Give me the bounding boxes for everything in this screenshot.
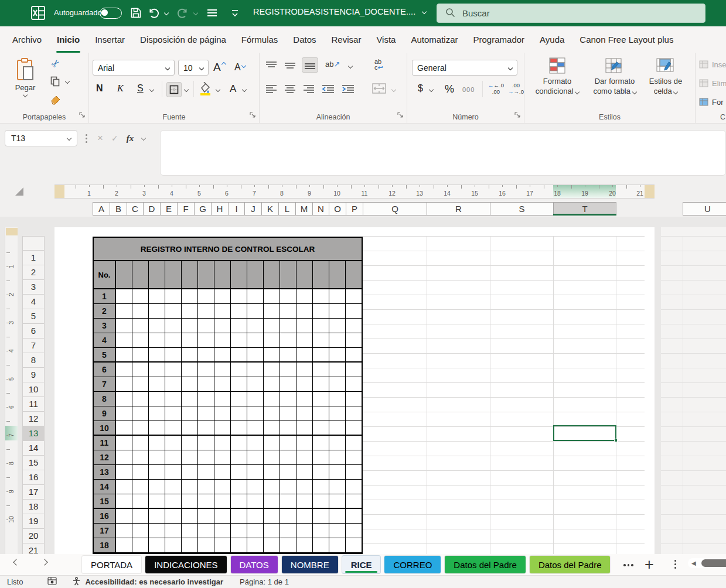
table-cell[interactable] — [182, 363, 198, 377]
align-middle-icon[interactable] — [284, 61, 296, 73]
table-cell[interactable] — [346, 289, 362, 303]
row-header-7[interactable]: 7 — [22, 339, 45, 353]
row-header-15[interactable]: 15 — [22, 456, 45, 470]
sheet-prev-icon[interactable] — [13, 559, 19, 565]
comma-style-button[interactable]: 000 — [462, 86, 475, 93]
table-header-cell[interactable] — [264, 261, 280, 288]
table-cell[interactable] — [247, 363, 264, 377]
menu-icon[interactable] — [206, 8, 218, 20]
underline-dropdown-icon[interactable] — [149, 87, 154, 92]
sheet-tab-rice[interactable]: RICE — [342, 556, 381, 573]
table-cell[interactable] — [116, 289, 132, 303]
table-cell[interactable] — [132, 450, 149, 464]
column-header-M[interactable]: M — [295, 202, 313, 216]
alignment-dialog-launcher-icon[interactable] — [397, 110, 403, 120]
table-cell[interactable] — [116, 363, 132, 377]
table-cell[interactable] — [132, 392, 149, 406]
row-header-11[interactable]: 11 — [22, 397, 45, 412]
table-cell[interactable] — [165, 538, 182, 552]
row-header-10[interactable]: 10 — [22, 382, 45, 397]
table-cell[interactable] — [346, 333, 362, 347]
table-cell[interactable] — [116, 436, 132, 450]
table-cell[interactable] — [313, 538, 329, 552]
formula-bar-grip-icon[interactable] — [86, 134, 87, 143]
table-cell[interactable] — [214, 524, 231, 538]
table-cell[interactable] — [182, 509, 198, 523]
table-cell[interactable] — [280, 289, 296, 303]
table-cell[interactable] — [182, 421, 198, 435]
table-header-cell[interactable] — [182, 261, 198, 288]
table-header-cell[interactable] — [132, 261, 149, 288]
table-cell[interactable] — [116, 509, 132, 523]
table-cell[interactable] — [313, 421, 329, 435]
table-cell[interactable] — [198, 406, 214, 421]
status-mode[interactable]: Listo — [7, 577, 23, 586]
table-cell[interactable] — [264, 333, 280, 347]
column-header-F[interactable]: F — [177, 202, 195, 216]
orientation-icon[interactable]: ab↗ — [325, 60, 340, 69]
table-cell[interactable] — [247, 377, 264, 391]
font-name-dropdown-icon[interactable] — [165, 65, 170, 70]
table-cell[interactable] — [198, 494, 214, 508]
autosave-toggle[interactable] — [100, 8, 122, 19]
table-cell[interactable] — [313, 348, 329, 361]
sheet-tab-indicaciones[interactable]: INDICACIONES — [145, 556, 226, 573]
table-cell[interactable] — [214, 465, 231, 479]
cut-icon[interactable]: ✂ — [49, 56, 63, 71]
sheet-tab-portada[interactable]: PORTADA — [82, 556, 141, 573]
table-cell[interactable] — [264, 348, 280, 361]
table-cell[interactable] — [247, 333, 264, 347]
table-cell[interactable] — [247, 480, 264, 494]
table-cell[interactable] — [182, 480, 198, 494]
table-cell[interactable] — [231, 333, 247, 347]
table-cell[interactable] — [346, 436, 362, 450]
search-box[interactable]: Buscar — [437, 4, 705, 23]
table-cell[interactable] — [247, 509, 264, 523]
table-cell[interactable] — [231, 524, 247, 538]
table-cell[interactable] — [296, 348, 313, 361]
table-cell[interactable] — [313, 392, 329, 406]
column-header-H[interactable]: H — [211, 202, 229, 216]
right-margin-marker[interactable] — [645, 185, 655, 198]
table-cell[interactable] — [329, 304, 346, 318]
column-header-A[interactable]: A — [93, 202, 110, 216]
ribbon-tab-archivo[interactable]: Archivo — [5, 26, 49, 53]
table-cell[interactable] — [296, 304, 313, 318]
table-cell[interactable] — [198, 319, 214, 333]
table-cell[interactable] — [149, 524, 165, 538]
table-cell[interactable] — [329, 406, 346, 421]
table-cell[interactable] — [264, 494, 280, 508]
table-cell[interactable] — [231, 392, 247, 406]
table-cell[interactable] — [280, 524, 296, 538]
font-dialog-launcher-icon[interactable] — [250, 110, 255, 120]
paste-button[interactable]: Pegar — [8, 57, 42, 111]
column-header-R[interactable]: R — [427, 202, 490, 216]
row-header-2[interactable]: 2 — [22, 265, 45, 280]
table-cell[interactable] — [231, 319, 247, 333]
table-cell[interactable] — [296, 406, 313, 421]
row-header-17[interactable]: 17 — [22, 485, 45, 500]
row-header-6[interactable]: 6 — [22, 324, 45, 339]
document-title-wrap[interactable]: REGISTRODEASISTENCIA_DOCENTE.... — [253, 7, 426, 16]
table-cell[interactable] — [329, 348, 346, 361]
accessibility-status[interactable]: Accesibilidad: es necesario investigar — [85, 577, 223, 586]
table-cell[interactable] — [116, 538, 132, 552]
page-indicator[interactable]: Página: 1 de 1 — [240, 577, 289, 586]
table-cell[interactable] — [132, 406, 149, 421]
table-cell[interactable] — [346, 406, 362, 421]
table-cell[interactable] — [214, 406, 231, 421]
table-cell[interactable] — [132, 421, 149, 435]
table-cell[interactable] — [264, 538, 280, 552]
name-box[interactable]: T13 — [5, 130, 77, 146]
table-cell[interactable] — [165, 450, 182, 464]
row-header-20[interactable]: 20 — [22, 529, 45, 543]
row-header-18[interactable]: 18 — [22, 500, 45, 514]
undo-dropdown-icon[interactable] — [164, 11, 169, 15]
table-cell[interactable] — [296, 377, 313, 391]
table-header-cell[interactable] — [231, 261, 247, 288]
table-cell[interactable] — [231, 436, 247, 450]
table-cell[interactable] — [182, 377, 198, 391]
conditional-formatting-button[interactable]: Formato condicional — [529, 56, 585, 115]
sheet-tab-nombre[interactable]: NOMBRE — [282, 556, 338, 573]
column-header-G[interactable]: G — [194, 202, 212, 216]
